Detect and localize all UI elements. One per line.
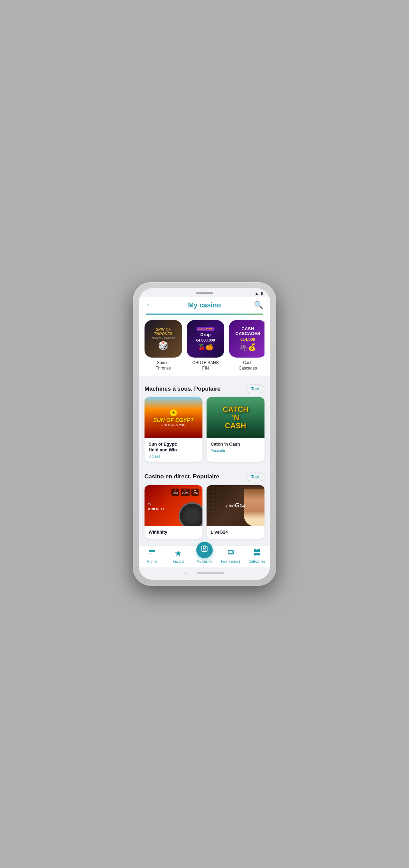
game-cc-title: CASHCASCADES bbox=[236, 327, 260, 336]
bottom-nav: Promo ★ Favoris My casino bbox=[139, 546, 270, 567]
game-thumbnail-liveg24: LiveG24 bbox=[207, 485, 264, 526]
game-provider-cnc: Mancala bbox=[211, 448, 260, 452]
nav-item-favoris[interactable]: ★ Favoris bbox=[168, 549, 188, 563]
featured-game-name-nsd: CHUTE SANSFIN bbox=[192, 360, 218, 371]
game-cnc-title: CATCH'NCASH bbox=[223, 405, 248, 430]
list-item[interactable]: CASHCASCADES €14,000 🍇💰 CashCascades bbox=[229, 320, 264, 371]
nav-item-mycasino[interactable]: My casino bbox=[194, 549, 215, 563]
categories-label: Catégories bbox=[248, 560, 265, 563]
game-sot-title: SPIN OFTHRONES bbox=[154, 327, 172, 335]
game-title-liveg24: LiveG24 bbox=[211, 530, 260, 535]
phone-screen: ▲ ▮ ← My casino 🔍 SPIN OF bbox=[139, 288, 270, 580]
game-thumbnail-sot: SPIN OFTHRONES €150,000 + 25,000 FS 🎲 bbox=[145, 320, 182, 358]
game-soe-title: SUN OF EGYPT bbox=[153, 417, 194, 423]
list-item[interactable]: NON-STOP Drop €4,000,000 🍒🍊 CHUTE SANSFI… bbox=[187, 320, 224, 371]
winfinity-roulette-art bbox=[179, 502, 202, 526]
featured-game-name-sot: Spin ofThrones bbox=[156, 360, 171, 371]
svg-rect-9 bbox=[257, 549, 260, 552]
score-chip-3: 36x500 bbox=[191, 489, 199, 496]
winfinity-logo: ∞ WINFINITY bbox=[148, 501, 165, 510]
game-art-cc: CASHCASCADES €14,000 🍇💰 bbox=[229, 320, 264, 358]
mycasino-icon-wrap bbox=[196, 542, 213, 558]
featured-section: SPIN OFTHRONES €150,000 + 25,000 FS 🎲 Sp… bbox=[139, 315, 270, 376]
fournisseurs-label: Fournisseurs bbox=[221, 560, 241, 563]
liveg24-lady-art bbox=[244, 489, 264, 526]
svg-rect-6 bbox=[229, 551, 233, 553]
list-item[interactable]: ☀ SUN OF EGYPT HOLD AND WIN Sun of Egypt… bbox=[145, 397, 202, 462]
game-art-liveg24: LiveG24 bbox=[207, 485, 264, 526]
game-cc-amount: €14,000 bbox=[240, 337, 255, 342]
nav-item-fournisseurs[interactable]: Fournisseurs bbox=[221, 549, 241, 563]
game-title-winfinity: Winfinity bbox=[149, 530, 198, 535]
promo-label: Promo bbox=[147, 560, 157, 563]
nav-item-promo[interactable]: Promo bbox=[142, 549, 162, 563]
live-games-grid: 4x100 23x1000 36x500 ∞ WINFINITY bbox=[139, 485, 270, 544]
live-tout-button[interactable]: Tout bbox=[246, 473, 264, 481]
game-thumbnail-nsd: NON-STOP Drop €4,000,000 🍒🍊 bbox=[187, 320, 224, 358]
game-art-nsd: NON-STOP Drop €4,000,000 🍒🍊 bbox=[187, 320, 224, 358]
game-nsd-amount: €4,000,000 bbox=[196, 338, 215, 342]
liveg24-logo: LiveG24 bbox=[226, 502, 245, 509]
home-pill bbox=[197, 572, 224, 574]
page-title: My casino bbox=[188, 301, 221, 309]
back-button[interactable]: ← bbox=[146, 301, 157, 309]
svg-rect-0 bbox=[149, 550, 155, 551]
list-item[interactable]: SPIN OFTHRONES €150,000 + 25,000 FS 🎲 Sp… bbox=[145, 320, 182, 371]
game-card-info-winfinity: Winfinity bbox=[145, 526, 202, 539]
game-title-cnc: Catch 'n Cash bbox=[211, 442, 260, 447]
winfinity-scores: 4x100 23x1000 36x500 bbox=[171, 489, 199, 496]
search-button[interactable]: 🔍 bbox=[252, 301, 263, 309]
game-card-info-soe: Sun of Egypt:Hold and Win 3 Oaks bbox=[145, 438, 202, 462]
phone-bottom-bar: ‹ bbox=[139, 567, 270, 580]
game-thumbnail-cc: CASHCASCADES €14,000 🍇💰 bbox=[229, 320, 264, 358]
favoris-label: Favoris bbox=[173, 560, 184, 563]
game-thumbnail-winfinity: 4x100 23x1000 36x500 ∞ WINFINITY bbox=[145, 485, 202, 526]
nav-item-categories[interactable]: Catégories bbox=[247, 549, 267, 563]
slots-games-grid: ☀ SUN OF EGYPT HOLD AND WIN Sun of Egypt… bbox=[139, 397, 270, 467]
svg-rect-2 bbox=[149, 553, 153, 553]
promo-icon bbox=[148, 549, 156, 558]
svg-rect-11 bbox=[257, 553, 260, 555]
game-nsd-art: 🍒🍊 bbox=[198, 343, 213, 351]
game-nsd-tag: NON-STOP bbox=[196, 327, 215, 331]
list-item[interactable]: CATCH'NCASH Catch 'n Cash Mancala bbox=[207, 397, 264, 462]
game-soe-text: ☀ SUN OF EGYPT HOLD AND WIN bbox=[153, 408, 194, 427]
phone-device: ▲ ▮ ← My casino 🔍 SPIN OF bbox=[133, 282, 276, 586]
game-soe-circle: ☀ bbox=[170, 409, 177, 416]
svg-rect-1 bbox=[149, 551, 155, 552]
game-cc-art: 🍇💰 bbox=[239, 343, 256, 351]
featured-game-name-cc: CashCascades bbox=[239, 360, 257, 371]
main-content: SPIN OFTHRONES €150,000 + 25,000 FS 🎲 Sp… bbox=[139, 315, 270, 546]
game-art-soe: ☀ SUN OF EGYPT HOLD AND WIN bbox=[145, 397, 202, 438]
game-art-sot: SPIN OFTHRONES €150,000 + 25,000 FS 🎲 bbox=[145, 320, 182, 358]
mycasino-label: My casino bbox=[197, 560, 212, 563]
battery-icon: ▮ bbox=[261, 291, 263, 296]
game-sot-prize: €150,000 + 25,000 FS bbox=[151, 337, 175, 339]
score-chip-1: 4x100 bbox=[171, 489, 179, 496]
game-art-cnc: CATCH'NCASH bbox=[207, 397, 264, 438]
game-thumbnail-soe: ☀ SUN OF EGYPT HOLD AND WIN bbox=[145, 397, 202, 438]
live-section: Casino en direct. Populaire Tout 4x100 2… bbox=[139, 467, 270, 544]
live-section-title: Casino en direct. Populaire bbox=[145, 473, 246, 480]
game-card-info-cnc: Catch 'n Cash Mancala bbox=[207, 438, 264, 456]
list-item[interactable]: 4x100 23x1000 36x500 ∞ WINFINITY bbox=[145, 485, 202, 539]
live-section-header: Casino en direct. Populaire Tout bbox=[139, 467, 270, 485]
game-provider-soe: 3 Oaks bbox=[149, 454, 198, 458]
slots-section-title: Machines à sous. Populaire bbox=[145, 386, 246, 392]
header: ← My casino 🔍 bbox=[139, 297, 270, 315]
game-nsd-title: Drop bbox=[200, 332, 211, 337]
list-item[interactable]: LiveG24 LiveG24 bbox=[207, 485, 264, 539]
slots-section: Machines à sous. Populaire Tout ☀ SUN OF… bbox=[139, 379, 270, 467]
game-art-winfinity: 4x100 23x1000 36x500 ∞ WINFINITY bbox=[145, 485, 202, 526]
featured-scroll[interactable]: SPIN OFTHRONES €150,000 + 25,000 FS 🎲 Sp… bbox=[145, 320, 264, 374]
score-chip-2: 23x1000 bbox=[181, 489, 190, 496]
mycasino-icon bbox=[200, 545, 209, 555]
slots-section-header: Machines à sous. Populaire Tout bbox=[139, 379, 270, 397]
game-soe-sub: HOLD AND WIN bbox=[153, 424, 194, 427]
slots-tout-button[interactable]: Tout bbox=[246, 385, 264, 393]
svg-rect-8 bbox=[254, 549, 257, 552]
game-title-soe: Sun of Egypt:Hold and Win bbox=[149, 442, 198, 453]
header-top: ← My casino 🔍 bbox=[146, 301, 263, 314]
fournisseurs-icon bbox=[227, 549, 234, 558]
back-gesture-arrow: ‹ bbox=[185, 570, 187, 576]
